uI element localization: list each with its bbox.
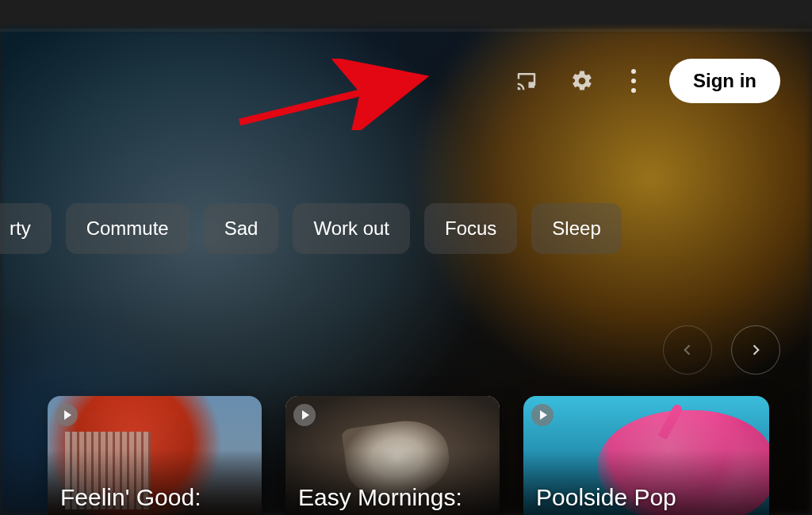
play-icon [531, 404, 553, 426]
playlist-card[interactable]: Poolside Pop [523, 396, 769, 515]
window-chrome-bar [0, 0, 812, 29]
header-actions: Sign in [511, 59, 780, 103]
playlist-card-row: Feelin' Good: Easy Mornings: Poolside Po… [48, 396, 769, 515]
playlist-title: Easy Mornings: [298, 484, 490, 510]
carousel-nav [663, 325, 780, 375]
cast-devices-icon[interactable] [511, 65, 542, 97]
play-icon [56, 404, 78, 426]
play-icon [293, 404, 316, 426]
mood-chip-workout[interactable]: Work out [293, 203, 410, 254]
playlist-title: Poolside Pop [536, 484, 760, 510]
mood-chip-commute[interactable]: Commute [66, 203, 190, 254]
playlist-title: Feelin' Good: [60, 484, 252, 510]
mood-chip-row: rty Commute Sad Work out Focus Sleep [0, 203, 622, 254]
settings-gear-icon[interactable] [566, 65, 598, 97]
mood-chip-partial[interactable]: rty [0, 203, 52, 254]
sign-in-button[interactable]: Sign in [669, 59, 780, 103]
carousel-next-button[interactable] [731, 325, 780, 375]
mood-chip-focus[interactable]: Focus [424, 203, 517, 254]
mood-chip-sleep[interactable]: Sleep [531, 203, 621, 254]
carousel-prev-button[interactable] [663, 325, 712, 375]
mood-chip-sad[interactable]: Sad [204, 203, 279, 254]
chevron-right-icon [748, 342, 764, 358]
playlist-card[interactable]: Easy Mornings: [285, 396, 500, 515]
playlist-card[interactable]: Feelin' Good: [48, 396, 262, 515]
chevron-left-icon [680, 342, 695, 358]
more-options-icon[interactable] [622, 65, 645, 97]
